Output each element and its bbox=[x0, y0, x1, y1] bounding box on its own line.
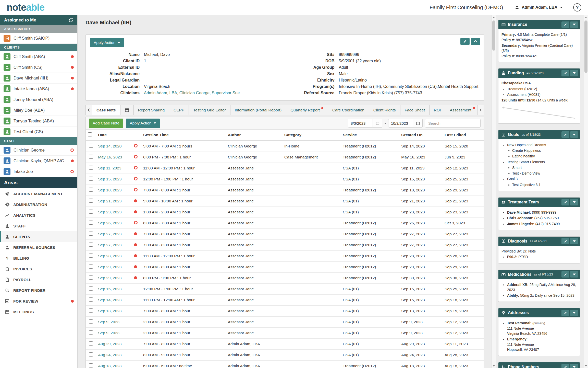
tab-care-coordination[interactable]: Care Coordination bbox=[328, 105, 369, 115]
date-link[interactable]: Sep 23, 2023 bbox=[98, 210, 121, 214]
sidebar-item-tanyaa-testing-aba[interactable]: Tanyaa Testing (ABA) bbox=[0, 116, 77, 126]
row-checkbox[interactable] bbox=[89, 155, 93, 159]
area-item-payroll[interactable]: PAYROLL bbox=[0, 274, 77, 285]
tabs-scroll-left-button[interactable] bbox=[85, 105, 92, 115]
date-link[interactable]: Aug 18, 2023 bbox=[98, 364, 121, 368]
sidebar-item-cliff-smith-saiop[interactable]: Cliff Smith (SAIOP) bbox=[0, 33, 77, 44]
dropdown-treatment-team-button[interactable] bbox=[570, 199, 578, 205]
area-item-invoices[interactable]: INVOICES bbox=[0, 263, 77, 274]
search-input[interactable] bbox=[425, 119, 481, 128]
scrollbar-thumb[interactable] bbox=[492, 20, 495, 51]
date-link[interactable]: Sep 14, 2023 bbox=[98, 298, 121, 302]
collapse-client-card-button[interactable] bbox=[471, 38, 480, 45]
sidebar-item-intake-joe[interactable]: Intake Joe bbox=[0, 166, 77, 177]
row-checkbox[interactable] bbox=[89, 243, 93, 247]
row-checkbox[interactable] bbox=[89, 341, 93, 346]
row-checkbox[interactable] bbox=[89, 166, 93, 170]
row-checkbox[interactable] bbox=[89, 286, 93, 291]
area-item-billing[interactable]: $BILLING bbox=[0, 253, 77, 263]
tab-information-portal-report[interactable]: Information (Portal Report) bbox=[230, 105, 286, 115]
edit-treatment-team-button[interactable] bbox=[561, 199, 569, 205]
edit-addresses-button[interactable] bbox=[561, 310, 569, 316]
row-checkbox[interactable] bbox=[89, 352, 93, 356]
user-menu[interactable]: Admin Adam, LBA bbox=[510, 0, 568, 15]
row-checkbox[interactable] bbox=[89, 275, 93, 280]
edit-goals-button[interactable] bbox=[561, 131, 569, 138]
refresh-icon[interactable] bbox=[68, 18, 73, 23]
row-checkbox[interactable] bbox=[89, 221, 93, 225]
area-item-administration[interactable]: ADMINISTRATION bbox=[0, 199, 77, 210]
scroll-down-arrow[interactable] bbox=[492, 364, 496, 368]
edit-phone-numbers-button[interactable] bbox=[561, 364, 569, 368]
row-checkbox[interactable] bbox=[89, 188, 93, 192]
tab-roi[interactable]: ROI bbox=[430, 105, 446, 115]
date-link[interactable]: Sep 27, 2023 bbox=[98, 243, 121, 247]
column-header-category[interactable]: Category bbox=[282, 130, 341, 141]
tab-quarterly-report[interactable]: Quarterly Report bbox=[286, 105, 328, 115]
date-link[interactable]: Sep 14, 2020 bbox=[98, 144, 121, 148]
help-button[interactable]: ? bbox=[573, 3, 581, 12]
right-panel-scrollbar[interactable] bbox=[584, 15, 588, 368]
edit-client-button[interactable] bbox=[460, 38, 470, 45]
dropdown-diagnosis-button[interactable] bbox=[570, 238, 578, 244]
add-case-note-button[interactable]: Add Case Note bbox=[89, 119, 123, 128]
sidebar-item-cliff-smith-cs[interactable]: Cliff Smith (CS) bbox=[0, 62, 77, 73]
dropdown-insurance-button[interactable] bbox=[570, 21, 578, 28]
row-checkbox[interactable] bbox=[89, 177, 93, 181]
dropdown-medications-button[interactable] bbox=[570, 271, 578, 278]
tab-report-sharing[interactable]: Report Sharing bbox=[134, 105, 169, 115]
tabs-scroll-right-button[interactable] bbox=[477, 105, 484, 115]
area-item-referral-sources[interactable]: REFERRAL SOURCES bbox=[0, 242, 77, 253]
date-link[interactable]: Sep 9, 2023 bbox=[98, 331, 119, 335]
dropdown-funding-button[interactable] bbox=[570, 70, 578, 76]
row-checkbox[interactable] bbox=[89, 232, 93, 236]
row-checkbox[interactable] bbox=[89, 210, 93, 214]
dropdown-goals-button[interactable] bbox=[570, 131, 578, 138]
scroll-down-arrow[interactable] bbox=[584, 364, 588, 368]
row-checkbox[interactable] bbox=[89, 144, 93, 148]
select-all-checkbox[interactable] bbox=[88, 132, 92, 136]
column-header-date[interactable]: Date bbox=[96, 130, 132, 141]
date-link[interactable]: Sep 26, 2023 bbox=[98, 221, 121, 225]
date-link[interactable]: Sep 27, 2023 bbox=[98, 232, 121, 236]
row-checkbox[interactable] bbox=[89, 297, 93, 302]
column-header-author[interactable]: Author bbox=[226, 130, 282, 141]
date-to-calendar-button[interactable] bbox=[413, 119, 423, 128]
row-checkbox[interactable] bbox=[89, 363, 93, 367]
date-link[interactable]: Aug 29, 2023 bbox=[98, 342, 121, 346]
tab-case-note[interactable]: Case Note bbox=[92, 105, 120, 115]
edit-medications-button[interactable] bbox=[561, 271, 569, 278]
date-link[interactable]: Sep 11, 2023 bbox=[98, 166, 121, 170]
scroll-up-arrow[interactable] bbox=[584, 15, 588, 19]
date-link[interactable]: Aug 24, 2023 bbox=[98, 353, 121, 357]
row-checkbox[interactable] bbox=[89, 308, 93, 313]
apply-action-button[interactable]: Apply Action bbox=[90, 38, 124, 47]
column-header-service[interactable]: Service bbox=[341, 130, 399, 141]
date-link[interactable]: Sep 15, 2023 bbox=[98, 177, 121, 181]
sidebar-item-clinician-kayla-qmhp-a-c[interactable]: Clinician Kayla, QMHP A/C bbox=[0, 156, 77, 166]
row-checkbox[interactable] bbox=[89, 264, 93, 269]
sidebar-item-cliff-smith-aba[interactable]: Cliff Smith (ABA) bbox=[0, 51, 77, 62]
area-item-report-finder[interactable]: REPORT FINDER bbox=[0, 285, 77, 296]
edit-diagnosis-button[interactable] bbox=[561, 238, 569, 244]
area-item-analytics[interactable]: ANALYTICS bbox=[0, 210, 77, 221]
row-checkbox[interactable] bbox=[89, 254, 93, 258]
area-item-for-review[interactable]: FOR REVIEW bbox=[0, 296, 77, 306]
dropdown-addresses-button[interactable] bbox=[570, 310, 578, 316]
apply-action-table-button[interactable]: Apply Action bbox=[126, 119, 160, 128]
sidebar-item-dave-michael-iih[interactable]: Dave Michael (IIH) bbox=[0, 73, 77, 84]
scrollbar-thumb[interactable] bbox=[584, 20, 587, 73]
date-from-calendar-button[interactable] bbox=[373, 119, 382, 128]
sidebar-item-miley-doe-aba[interactable]: Miley Doe (ABA) bbox=[0, 105, 77, 116]
sidebar-item-intake-ianna-aba[interactable]: Intake Ianna (ABA) bbox=[0, 84, 77, 94]
tab-testing-grid-editor[interactable]: Testing Grid Editor bbox=[189, 105, 230, 115]
date-link[interactable]: Sep 28, 2023 bbox=[98, 254, 121, 258]
app-logo[interactable]: noteable bbox=[7, 2, 44, 13]
sidebar-item-clinician-george[interactable]: Clinician George bbox=[0, 145, 77, 156]
tab-cepp[interactable]: CEPP bbox=[169, 105, 189, 115]
tab-face-sheet[interactable]: Face Sheet bbox=[400, 105, 430, 115]
row-checkbox[interactable] bbox=[89, 330, 93, 335]
sidebar-item-test-client-cs[interactable]: Test Client (CS) bbox=[0, 126, 77, 137]
edit-insurance-button[interactable] bbox=[561, 21, 569, 28]
edit-funding-button[interactable] bbox=[561, 70, 569, 76]
